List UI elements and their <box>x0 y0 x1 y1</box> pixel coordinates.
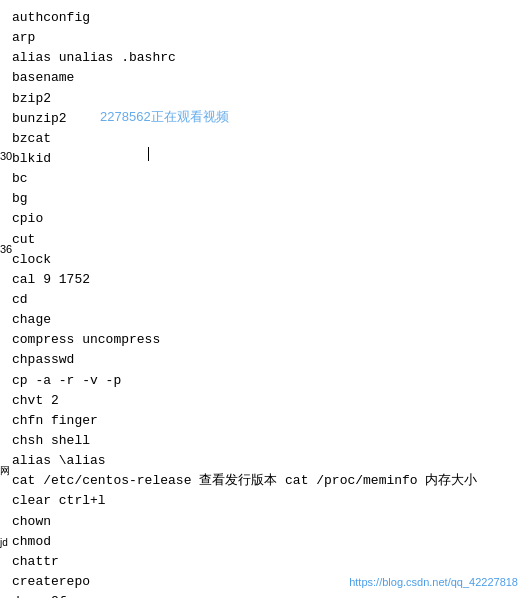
line-chpasswd: chpasswd <box>12 350 516 370</box>
line-alias-backslash: alias \alias <box>12 451 516 471</box>
left-marker-36: 36 <box>0 243 12 255</box>
line-clear: clear ctrl+l <box>12 491 516 511</box>
terminal-content: authconfig arp alias unalias .bashrc bas… <box>0 0 528 598</box>
line-authconfig: authconfig <box>12 8 516 28</box>
jd-marker: jd <box>0 537 8 548</box>
cursor <box>148 147 149 161</box>
line-chvt: chvt 2 <box>12 391 516 411</box>
left-marker-30: 30 <box>0 150 12 162</box>
line-cut: cut <box>12 230 516 250</box>
net-marker: 网 <box>0 464 10 478</box>
line-cal: cal 9 1752 <box>12 270 516 290</box>
line-chown: chown <box>12 512 516 532</box>
line-chfn: chfn finger <box>12 411 516 431</box>
line-bg: bg <box>12 189 516 209</box>
line-blkid: blkid <box>12 149 516 169</box>
line-chattr: chattr <box>12 552 516 572</box>
line-basename: basename <box>12 68 516 88</box>
line-bzcat: bzcat <box>12 129 516 149</box>
line-chsh: chsh shell <box>12 431 516 451</box>
line-cpio: cpio <box>12 209 516 229</box>
line-compress: compress uncompress <box>12 330 516 350</box>
line-arp: arp <box>12 28 516 48</box>
line-createrepo: createrepo <box>12 572 516 592</box>
line-cat-centos: cat /etc/centos-release 查看发行版本 cat /proc… <box>12 471 516 491</box>
line-bzip2: bzip2 <box>12 89 516 109</box>
line-dumpe2fs: dumpe2fs <box>12 592 516 598</box>
line-chmod: chmod <box>12 532 516 552</box>
line-alias: alias unalias .bashrc <box>12 48 516 68</box>
line-cd: cd <box>12 290 516 310</box>
line-clock: clock <box>12 250 516 270</box>
line-bc: bc <box>12 169 516 189</box>
line-chage: chage <box>12 310 516 330</box>
line-bunzip2: bunzip2 <box>12 109 516 129</box>
line-cp: cp -a -r -v -p <box>12 371 516 391</box>
